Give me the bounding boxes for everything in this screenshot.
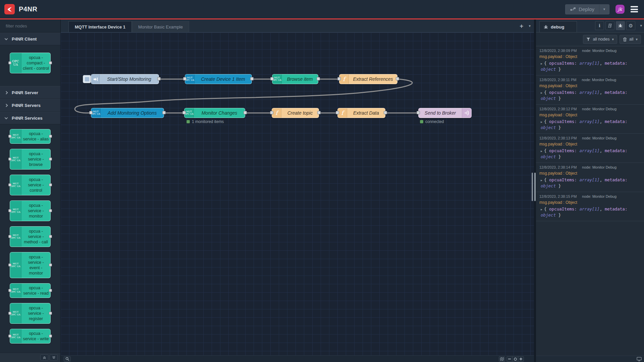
expand-arrow-icon[interactable]: ▸ xyxy=(541,91,542,95)
help-tab-button[interactable] xyxy=(605,21,614,30)
zoom-out-button[interactable] xyxy=(506,356,513,362)
input-port[interactable] xyxy=(8,289,11,292)
output-port[interactable] xyxy=(49,209,52,212)
navigator-map-button[interactable] xyxy=(499,356,505,362)
output-port[interactable] xyxy=(317,111,321,114)
tab-monitor-basic-example[interactable]: Monitor Basic Example xyxy=(132,21,189,32)
output-port[interactable] xyxy=(384,111,387,114)
input-port[interactable] xyxy=(8,183,11,186)
input-port[interactable] xyxy=(182,111,186,114)
input-port[interactable] xyxy=(8,61,11,64)
input-port[interactable] xyxy=(270,111,273,114)
divider-handle[interactable] xyxy=(534,173,536,201)
search-flows-button[interactable] xyxy=(64,356,71,362)
input-port[interactable] xyxy=(270,77,274,80)
expand-arrow-icon[interactable]: ▸ xyxy=(541,120,542,124)
canvas-scrollbar[interactable] xyxy=(532,173,533,201)
config-tab-button[interactable]: ⚙ xyxy=(626,21,635,30)
node-create-topic[interactable]: f Create topic xyxy=(272,108,319,118)
input-port[interactable] xyxy=(183,77,186,80)
output-port[interactable] xyxy=(250,77,254,80)
sidebar-menu-caret[interactable]: ▾ xyxy=(640,23,642,28)
inject-button[interactable] xyxy=(83,75,91,83)
collapse-all-button[interactable] xyxy=(40,354,48,361)
input-port[interactable] xyxy=(8,312,11,315)
output-port[interactable] xyxy=(49,312,52,315)
palette-category-p4nr-server[interactable]: P4NR Server xyxy=(0,86,60,99)
palette-node-opcua-compact-client-control[interactable]: OPC UA opcua - compact - client - contro… xyxy=(10,53,51,73)
open-window-icon[interactable] xyxy=(637,357,642,361)
palette-node-opcua-service-browse[interactable]: MUT OPC UA opcua - service - browse xyxy=(10,149,51,170)
input-port[interactable] xyxy=(8,263,11,266)
palette-node-opcua-service-monitor[interactable]: MUT OPC UA opcua - service - monitor xyxy=(10,200,51,221)
output-port[interactable] xyxy=(49,183,52,186)
node-start-stop-monitoring[interactable]: Start/Stop Monitoring xyxy=(91,74,159,84)
output-port[interactable] xyxy=(49,235,52,238)
tab-mqtt-interface-device-1[interactable]: MQTT Interface Device 1 xyxy=(68,21,132,32)
output-port[interactable] xyxy=(49,335,52,338)
palette-node-opcua-service-write[interactable]: MUT OPC UA opcua - service - write xyxy=(10,329,51,344)
output-port[interactable] xyxy=(396,77,399,80)
palette-node-opcua-service-register[interactable]: MUT OPC UA opcua - service - register xyxy=(10,303,51,324)
output-port[interactable] xyxy=(162,111,166,114)
palette-category-p4nr-servers[interactable]: P4NR Servers xyxy=(0,99,60,112)
palette-sidebar: P4NR Client OPC UA opcua - compact - cli… xyxy=(0,19,61,362)
input-port[interactable] xyxy=(8,158,11,161)
input-port[interactable] xyxy=(89,111,93,114)
node-monitor-changes[interactable]: MUT OPC UA Monitor Changes xyxy=(184,108,245,118)
tab-debug[interactable]: debug xyxy=(539,21,577,32)
deploy-options-caret[interactable]: ▾ xyxy=(599,5,609,14)
node-add-monitoring-options[interactable]: MUT OPC UA Add Monitoring Options xyxy=(91,108,164,118)
input-port[interactable] xyxy=(417,111,420,114)
mut-opcua-badge: MUT OPC UA xyxy=(184,108,194,118)
output-port[interactable] xyxy=(157,77,161,80)
flow-canvas[interactable]: Start/Stop Monitoring MUT OPC UA Create … xyxy=(61,33,534,362)
expand-arrow-icon[interactable]: ▸ xyxy=(541,149,542,153)
output-port[interactable] xyxy=(317,77,320,80)
output-port[interactable] xyxy=(244,111,247,114)
palette-node-opcua-service-method-call[interactable]: MUT OPC UA opcua - service - method - ca… xyxy=(10,226,51,247)
flow-list-caret[interactable]: ▾ xyxy=(529,24,531,28)
expand-arrow-icon[interactable]: ▸ xyxy=(541,178,542,182)
node-browse-item[interactable]: MUT OPC UA Browse item xyxy=(272,74,318,84)
debug-clear-button[interactable]: all ▾ xyxy=(620,35,641,44)
palette-node-opcua-service-control[interactable]: MUT OPC UA opcua - service - control xyxy=(10,175,51,195)
debug-timestamp: 12/8/2023, 2:38:12 PM xyxy=(539,107,577,111)
book-icon xyxy=(608,23,612,28)
input-port[interactable] xyxy=(8,335,11,338)
main-menu-button[interactable] xyxy=(631,6,638,12)
info-tab-button[interactable]: i xyxy=(595,21,604,30)
node-send-to-broker[interactable]: Send to Broker xyxy=(418,108,472,118)
output-port[interactable] xyxy=(49,263,52,266)
debug-tab-button[interactable] xyxy=(616,21,625,30)
output-port[interactable] xyxy=(49,158,52,161)
user-avatar[interactable]: jk xyxy=(615,5,625,14)
zoom-in-button[interactable] xyxy=(518,356,524,362)
add-flow-button[interactable]: + xyxy=(520,23,523,29)
node-extract-references[interactable]: f Extract References xyxy=(339,74,397,84)
debug-filter-button[interactable]: all nodes ▾ xyxy=(583,35,617,44)
node-extract-data[interactable]: f Extract Data xyxy=(337,108,385,118)
filter-nodes-input[interactable] xyxy=(6,23,65,28)
deploy-button[interactable]: Deploy ▾ xyxy=(565,4,609,14)
debug-timestamp: 12/8/2023, 2:38:09 PM xyxy=(539,49,577,53)
function-icon: f xyxy=(339,74,349,84)
expand-arrow-icon[interactable]: ▸ xyxy=(541,62,542,65)
input-port[interactable] xyxy=(8,135,11,138)
expand-all-button[interactable] xyxy=(50,354,58,361)
palette-category-p4nr-client[interactable]: P4NR Client xyxy=(0,33,60,45)
node-create-device-1-item[interactable]: MUT OPC UA Create Device 1 Item xyxy=(185,74,252,84)
zoom-reset-button[interactable] xyxy=(512,356,518,362)
output-port[interactable] xyxy=(49,61,52,64)
expand-arrow-icon[interactable]: ▸ xyxy=(541,207,542,211)
input-port[interactable] xyxy=(337,77,341,80)
output-port[interactable] xyxy=(49,289,52,292)
output-port[interactable] xyxy=(49,135,52,138)
palette-node-opcua-service-read[interactable]: MUT OPC UA opcua - service - read xyxy=(10,283,51,298)
input-port[interactable] xyxy=(336,111,339,114)
input-port[interactable] xyxy=(8,235,11,238)
palette-node-opcua-service-event-monitor[interactable]: MUT OPC UA opcua - service - event - mon… xyxy=(10,252,51,278)
palette-category-p4nr-services[interactable]: P4NR Services xyxy=(0,112,60,124)
input-port[interactable] xyxy=(8,209,11,212)
palette-node-opcua-service-alias[interactable]: MUT OPC UA opcua - service - alias xyxy=(10,129,51,144)
